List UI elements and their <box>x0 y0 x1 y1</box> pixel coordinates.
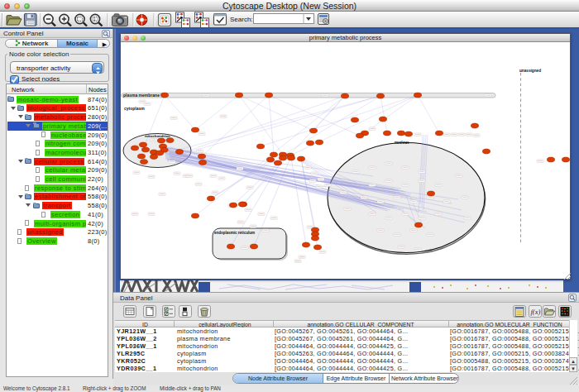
svg-text:endoplasmic reticulum: endoplasmic reticulum <box>214 231 255 235</box>
svg-text:f(x): f(x) <box>531 308 541 316</box>
svg-text:Search:: Search: <box>230 16 253 23</box>
svg-text:plasma membrane: plasma membrane <box>123 93 160 98</box>
svg-text:cytoplasm: cytoplasm <box>124 106 145 111</box>
svg-text:unassigned: unassigned <box>519 69 541 73</box>
svg-text:nucleus: nucleus <box>395 141 409 145</box>
svg-text:mitochondrion: mitochondrion <box>145 134 170 138</box>
